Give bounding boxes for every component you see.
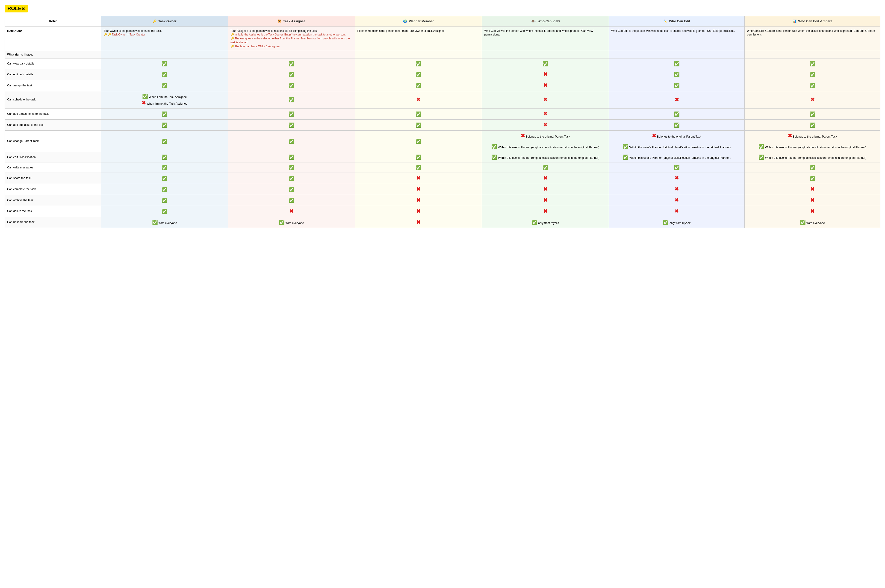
cell-check: ✅	[101, 173, 228, 184]
rights-row: What rights I have:	[5, 51, 880, 59]
cell-check: ✅	[228, 69, 355, 80]
planner-icon: 🌍	[403, 20, 407, 23]
table-row: Can add attachments to the task✅✅✅✖✅✅	[5, 108, 880, 120]
cell-cross: ✖	[355, 184, 482, 195]
definition-row: Definition: Task Owner is the person who…	[5, 27, 880, 51]
cell-check: ✅	[101, 80, 228, 91]
cell-check: ✅	[101, 195, 228, 206]
view-icon: 👁️·	[531, 20, 536, 23]
cell-check: ✅	[228, 80, 355, 91]
cell-cross: ✖	[609, 195, 745, 206]
cell-check: ✅	[355, 59, 482, 69]
definition-planner: Planner Member is the person other than …	[355, 27, 482, 51]
editshare-icon: 📊	[793, 20, 796, 23]
row-label: Can write messages	[5, 162, 101, 173]
definition-edit: Who Can Edit is the person with whom the…	[609, 27, 745, 51]
table-row: Can add subtasks to the task✅✅✅✖✅✅	[5, 120, 880, 130]
col-header-owner: 🔑 Task Owner	[101, 16, 228, 27]
cell-check: ✅	[482, 162, 609, 173]
edit-icon: ✏️	[663, 20, 667, 23]
cell-check: ✅	[745, 120, 880, 130]
cell-check: ✅	[609, 69, 745, 80]
cell-check: ✅	[482, 59, 609, 69]
cell-cross: ✖	[355, 173, 482, 184]
row-label: Can complete the task	[5, 184, 101, 195]
table-row: Can view task details✅✅✅✅✅✅	[5, 59, 880, 69]
cell-check: ✅	[355, 152, 482, 162]
definition-editshare: Who Can Edit & Share is the person with …	[745, 27, 880, 51]
cell-check: ✅	[745, 69, 880, 80]
cell-check: ✅	[101, 206, 228, 217]
cell-check: ✅	[101, 69, 228, 80]
definition-label: Definition:	[5, 27, 101, 51]
cell-cross: ✖	[355, 91, 482, 108]
cell-check: ✅	[745, 173, 880, 184]
owner-icon: 🔑	[153, 20, 156, 23]
row-label: Can edit task details	[5, 69, 101, 80]
cell-check: ✅	[609, 120, 745, 130]
cell-check: ✅	[355, 108, 482, 120]
cell-cross: ✖	[482, 80, 609, 91]
row-label: Can share the task	[5, 173, 101, 184]
cell-check: ✅	[228, 120, 355, 130]
cell-cross: ✖	[482, 206, 609, 217]
cell-check: ✅	[355, 130, 482, 152]
row-label: Can add subtasks to the task	[5, 120, 101, 130]
cell-check: ✅	[609, 80, 745, 91]
row-label: Can edit Classification	[5, 152, 101, 162]
cell-cross: ✖	[482, 120, 609, 130]
cell-check: ✅	[101, 120, 228, 130]
cell-check: ✅	[745, 162, 880, 173]
cell-cross: ✖	[745, 195, 880, 206]
page-title: ROLES	[4, 4, 28, 12]
cell-check: ✅	[355, 120, 482, 130]
cell-cross: ✖	[355, 217, 482, 228]
cell-check: ✅	[745, 80, 880, 91]
row-label: Can unshare the task	[5, 217, 101, 228]
cell-check: ✅	[101, 162, 228, 173]
cell-check: ✅	[609, 162, 745, 173]
cell-check: ✅	[101, 184, 228, 195]
cell-cross: ✖	[482, 91, 609, 108]
cell-cross: ✖	[355, 195, 482, 206]
cell-check-myself: ✅ only from myself	[482, 217, 609, 228]
cell-cross: ✖	[482, 184, 609, 195]
cell-check: ✅	[228, 173, 355, 184]
cell-check: ✅	[228, 59, 355, 69]
cell-cross: ✖	[228, 206, 355, 217]
cell-cross: ✖	[482, 173, 609, 184]
cell-cross: ✖	[609, 91, 745, 108]
cell-cross: ✖	[609, 173, 745, 184]
row-label: Can delete the task	[5, 206, 101, 217]
definition-view: Who Can View is the person with whom the…	[482, 27, 609, 51]
table-row: Can complete the task✅✅✖✖✖✖	[5, 184, 880, 195]
cell-check-myself: ✅ only from myself	[609, 217, 745, 228]
table-row: Can edit task details✅✅✅✖✅✅	[5, 69, 880, 80]
col-header-assign: 🐯 Task Assignee	[228, 16, 355, 27]
cell-check: ✅	[228, 162, 355, 173]
row-label: Can add attachments to the task	[5, 108, 101, 120]
definition-owner: Task Owner is the person who created the…	[101, 27, 228, 51]
cell-check: ✅	[101, 108, 228, 120]
rights-label: What rights I have:	[5, 51, 101, 59]
table-row: Can assign the task✅✅✅✖✅✅	[5, 80, 880, 91]
cell-class-multi: ✅ Within this user's Planner (original c…	[482, 152, 609, 162]
cell-class-multi: ✅ Within this user's Planner (original c…	[609, 152, 745, 162]
cell-check: ✅	[609, 59, 745, 69]
cell-check: ✅	[228, 195, 355, 206]
cell-check: ✅	[228, 108, 355, 120]
col-header-editshare: 📊 Who Can Edit & Share	[745, 16, 880, 27]
cell-cross: ✖	[745, 91, 880, 108]
col-header-role: Role:	[5, 16, 101, 27]
cell-cross: ✖	[609, 206, 745, 217]
row-label: Can view task details	[5, 59, 101, 69]
cell-cross: ✖	[609, 184, 745, 195]
table-row: Can share the task✅✅✖✖✖✅	[5, 173, 880, 184]
table-row: Can edit Classification✅✅✅ ✅ Within this…	[5, 152, 880, 162]
cell-parent-multi: ✖ Belongs to the original Parent Task ✅ …	[609, 130, 745, 152]
row-label: Can assign the task	[5, 80, 101, 91]
col-header-view: 👁️· Who Can View	[482, 16, 609, 27]
cell-check: ✅	[745, 108, 880, 120]
cell-check: ✅	[228, 184, 355, 195]
row-label: Can change Parent Task	[5, 130, 101, 152]
